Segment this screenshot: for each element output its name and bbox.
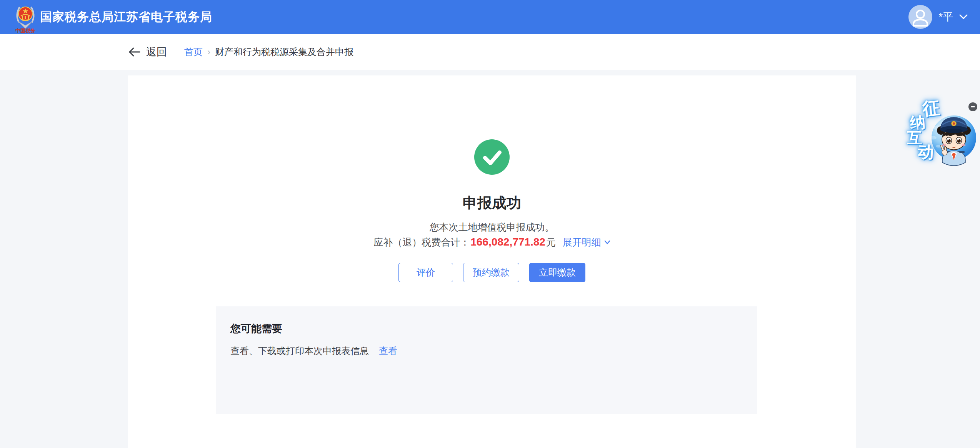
result-card: 申报成功 您本次土地增值税申报成功。 应补（退）税费合计： 166,082,77… xyxy=(128,75,856,448)
suggestions-title: 您可能需要 xyxy=(230,322,282,336)
tax-bureau-logo: 中国税务 xyxy=(14,2,37,33)
amount-row: 应补（退）税费合计： 166,082,771.82 元 展开明细 xyxy=(128,234,856,250)
success-check-icon xyxy=(474,139,510,175)
suggestion-text: 查看、下载或打印本次申报表信息 xyxy=(230,345,369,357)
breadcrumb-bar: 返回 首页 › 财产和行为税税源采集及合并申报 xyxy=(0,34,980,70)
breadcrumb-current: 财产和行为税税源采集及合并申报 xyxy=(215,46,353,58)
suggestion-item: 查看、下载或打印本次申报表信息 查看 xyxy=(230,345,397,357)
amount-label: 应补（退）税费合计： xyxy=(373,236,470,249)
pay-now-button[interactable]: 立即缴款 xyxy=(529,263,585,282)
user-icon xyxy=(908,5,932,29)
back-label[interactable]: 返回 xyxy=(146,45,167,59)
result-title: 申报成功 xyxy=(128,193,856,213)
back-button[interactable]: 返回 xyxy=(128,34,167,70)
chevron-down-icon[interactable] xyxy=(959,14,968,20)
national-emblem-icon: 中国税务 xyxy=(14,2,37,33)
breadcrumb-home-link[interactable]: 首页 xyxy=(184,46,203,58)
minimize-assistant-button[interactable] xyxy=(968,102,977,111)
breadcrumb-separator: › xyxy=(207,47,210,57)
chevron-down-icon xyxy=(604,240,610,244)
evaluate-button[interactable]: 评价 xyxy=(398,263,453,282)
expand-detail-toggle[interactable]: 展开明细 xyxy=(563,236,610,249)
assistant-glow-char[interactable]: 动 xyxy=(917,144,935,161)
logo-caption: 中国税务 xyxy=(15,28,35,33)
view-report-link[interactable]: 查看 xyxy=(379,345,397,357)
avatar[interactable] xyxy=(908,5,932,29)
breadcrumb: 首页 › 财产和行为税税源采集及合并申报 xyxy=(184,34,353,70)
result-message: 您本次土地增值税申报成功。 xyxy=(128,221,856,234)
tax-assistant-widget[interactable]: 征 纳 互 动 xyxy=(905,95,980,168)
action-buttons: 评价 预约缴款 立即缴款 xyxy=(128,263,856,282)
user-name[interactable]: *平 xyxy=(938,10,953,24)
arrow-left-icon xyxy=(128,47,141,57)
app-title: 国家税务总局江苏省电子税务局 xyxy=(40,0,212,34)
assistant-glow-char[interactable]: 纳 xyxy=(910,114,926,131)
reserve-payment-button[interactable]: 预约缴款 xyxy=(463,263,519,282)
app-header: 中国税务 国家税务总局江苏省电子税务局 *平 xyxy=(0,0,980,34)
amount-unit: 元 xyxy=(546,236,556,249)
suggestions-panel: 您可能需要 查看、下载或打印本次申报表信息 查看 xyxy=(216,306,757,414)
amount-value: 166,082,771.82 xyxy=(470,236,545,248)
user-menu[interactable]: *平 xyxy=(908,0,968,34)
expand-detail-label[interactable]: 展开明细 xyxy=(563,236,601,249)
